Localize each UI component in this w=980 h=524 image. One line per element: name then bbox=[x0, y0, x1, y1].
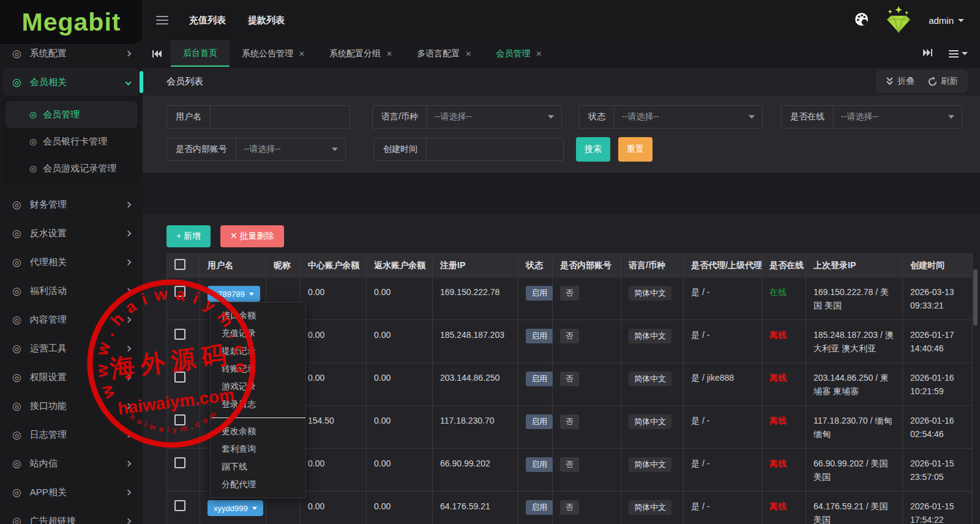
status-select[interactable]: --请选择-- bbox=[615, 106, 749, 128]
circle-icon: ◎ bbox=[12, 47, 21, 60]
filter-panel: 用户名 语言/币种 --请选择-- 状态 --请选择-- 是否在线 --请选择-… bbox=[143, 95, 980, 173]
created-time-input[interactable] bbox=[427, 138, 563, 160]
language-badge: 简体中文 bbox=[629, 500, 671, 515]
tab-system-config-groups[interactable]: 系统配置分组 ✕ bbox=[317, 40, 405, 67]
user-menu[interactable]: admin bbox=[929, 15, 964, 26]
theme-palette-icon[interactable] bbox=[855, 12, 869, 28]
circle-icon: ◎ bbox=[29, 163, 37, 173]
sidebar-item-member-bankcard[interactable]: ◎ 会员银行卡管理 bbox=[5, 128, 138, 155]
sidebar-item-site-mail[interactable]: ◎ 站内信 bbox=[2, 449, 140, 477]
sidebar-item-rebate[interactable]: ◎ 反水设置 bbox=[2, 219, 140, 247]
tab-multilanguage-config[interactable]: 多语言配置 ✕ bbox=[405, 40, 484, 67]
tab-scroll-left-icon[interactable] bbox=[143, 40, 171, 67]
online-filter: 是否在线 --请选择-- bbox=[781, 105, 962, 129]
tab-system-announcements[interactable]: 系统公告管理 ✕ bbox=[230, 40, 317, 67]
nav-item-recharge-list[interactable]: 充值列表 bbox=[189, 15, 226, 26]
internal-select[interactable]: --请选择-- bbox=[236, 138, 332, 160]
tab-scroll-right-icon[interactable] bbox=[922, 48, 933, 59]
logo-card: Megabit bbox=[0, 0, 143, 44]
sidebar-item-permissions[interactable]: ◎ 权限设置 bbox=[2, 363, 140, 391]
username-button[interactable]: xyydd999 bbox=[208, 500, 263, 516]
row-checkbox[interactable] bbox=[174, 286, 185, 297]
sidebar-item-operation-tools[interactable]: ◎ 运营工具 bbox=[2, 334, 140, 362]
sidebar-item-ad-links[interactable]: ◎ 广告超链接 bbox=[2, 507, 140, 524]
select-all-checkbox[interactable] bbox=[174, 259, 185, 270]
internal-badge: 否 bbox=[560, 286, 579, 301]
username-input[interactable] bbox=[211, 106, 350, 128]
row-checkbox[interactable] bbox=[174, 457, 185, 468]
avatar-diamond-icon[interactable] bbox=[885, 6, 913, 36]
row-checkbox[interactable] bbox=[174, 500, 185, 511]
sidebar-item-app[interactable]: ◎ APP相关 bbox=[2, 478, 140, 506]
page-title: 会员列表 bbox=[166, 76, 203, 88]
chevron-right-icon bbox=[125, 432, 132, 438]
refresh-icon bbox=[928, 77, 937, 86]
internal-badge: 否 bbox=[560, 329, 579, 343]
chevron-right-icon bbox=[125, 259, 132, 265]
internal-badge: 否 bbox=[560, 414, 579, 429]
menu-item-api-balance[interactable]: 接口余额 bbox=[211, 307, 305, 324]
panel-actions: 折叠 刷新 bbox=[876, 70, 968, 93]
chevron-down-icon bbox=[958, 19, 964, 22]
add-button[interactable]: + 新增 bbox=[166, 225, 211, 247]
main-content: 会员列表 折叠 刷新 用户名 语言/币种 --请选择-- 状态 bbox=[143, 67, 980, 524]
tab-close-icon[interactable]: ✕ bbox=[536, 50, 542, 58]
row-checkbox[interactable] bbox=[174, 372, 185, 383]
menu-item-recharge-records[interactable]: 充值记录 bbox=[211, 324, 305, 342]
top-nav: 充值列表 提款列表 bbox=[189, 15, 285, 26]
sidebar-item-content[interactable]: ◎ 内容管理 bbox=[2, 305, 140, 334]
tab-close-icon[interactable]: ✕ bbox=[386, 50, 392, 58]
nav-item-withdraw-list[interactable]: 提款列表 bbox=[248, 15, 285, 26]
sidebar-item-logs[interactable]: ◎ 日志管理 bbox=[2, 421, 140, 449]
tab-bar: 后台首页 系统公告管理 ✕ 系统配置分组 ✕ 多语言配置 ✕ 会员管理 ✕ bbox=[143, 40, 980, 67]
tab-dashboard[interactable]: 后台首页 bbox=[171, 40, 230, 67]
hamburger-icon[interactable] bbox=[156, 16, 168, 24]
menu-item-transfer-records[interactable]: 转账记录 bbox=[211, 360, 305, 378]
chevron-down-icon bbox=[125, 79, 132, 85]
batch-delete-button[interactable]: ✕ 批量删除 bbox=[220, 225, 284, 247]
menu-item-change-balance[interactable]: 更改余额 bbox=[211, 422, 305, 440]
status-badge: 启用 bbox=[526, 372, 553, 386]
circle-icon: ◎ bbox=[12, 457, 21, 470]
chevron-right-icon bbox=[125, 489, 132, 495]
tab-close-icon[interactable]: ✕ bbox=[299, 50, 305, 58]
language-filter: 语言/币种 --请选择-- bbox=[372, 105, 562, 129]
collapse-button[interactable]: 折叠 bbox=[886, 76, 915, 87]
menu-item-kick-offline[interactable]: 踢下线 bbox=[211, 458, 305, 476]
reset-button[interactable]: 重置 bbox=[618, 137, 653, 162]
status-badge: 启用 bbox=[526, 329, 553, 343]
chevron-right-icon bbox=[125, 460, 132, 466]
sidebar-item-member-game-records[interactable]: ◎ 会员游戏记录管理 bbox=[5, 155, 138, 182]
sidebar-item-api-functions[interactable]: ◎ 接口功能 bbox=[2, 392, 140, 420]
menu-item-login-logs[interactable]: 登录日志 bbox=[211, 395, 305, 413]
menu-item-game-records[interactable]: 游戏记录 bbox=[211, 378, 305, 395]
page-header: 会员列表 折叠 刷新 bbox=[143, 67, 980, 95]
row-checkbox[interactable] bbox=[174, 329, 185, 340]
sidebar-item-welfare[interactable]: ◎ 福利活动 bbox=[2, 277, 140, 305]
row-checkbox[interactable] bbox=[174, 414, 185, 425]
menu-divider bbox=[211, 417, 305, 418]
search-button[interactable]: 搜索 bbox=[576, 137, 610, 162]
tab-list-menu-icon[interactable] bbox=[949, 50, 968, 58]
sidebar-item-member-management[interactable]: ◎ 会员管理 bbox=[5, 101, 138, 128]
language-badge: 简体中文 bbox=[629, 329, 671, 343]
sidebar-item-agent[interactable]: ◎ 代理相关 bbox=[2, 248, 140, 276]
status-badge: 启用 bbox=[526, 457, 553, 472]
chevron-down-icon bbox=[749, 106, 762, 128]
menu-item-assign-agent[interactable]: 分配代理 bbox=[211, 476, 305, 493]
chevron-down-icon bbox=[252, 507, 257, 510]
menu-item-arbitrage-query[interactable]: 套利查询 bbox=[211, 440, 305, 458]
menu-item-withdraw-records[interactable]: 提款记录 bbox=[211, 342, 305, 360]
chevron-right-icon bbox=[125, 50, 132, 56]
created-filter: 创建时间 bbox=[374, 138, 564, 161]
sidebar-item-member-related[interactable]: ◎ 会员相关 bbox=[2, 68, 140, 96]
online-select[interactable]: --请选择-- bbox=[834, 106, 948, 128]
refresh-button[interactable]: 刷新 bbox=[928, 76, 958, 87]
username-button[interactable]: a789789 bbox=[208, 286, 260, 302]
logo: Megabit bbox=[22, 8, 121, 37]
language-select[interactable]: --请选择-- bbox=[427, 106, 548, 128]
tab-close-icon[interactable]: ✕ bbox=[465, 50, 471, 58]
tab-member-management[interactable]: 会员管理 ✕ bbox=[484, 40, 554, 67]
sidebar-item-finance[interactable]: ◎ 财务管理 bbox=[2, 190, 140, 219]
vertical-scrollbar[interactable] bbox=[973, 269, 978, 326]
